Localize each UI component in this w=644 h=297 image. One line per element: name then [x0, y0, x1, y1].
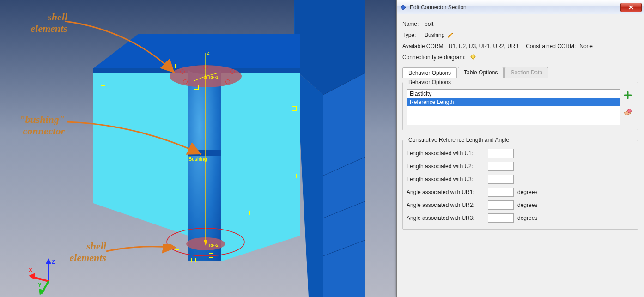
svg-marker-30	[29, 273, 35, 279]
constr-corm-label: Constrained CORM:	[526, 43, 576, 49]
add-behavior-icon[interactable]	[624, 91, 632, 99]
svg-text:X: X	[29, 267, 32, 273]
svg-rect-43	[627, 109, 632, 113]
unit-ur2: degrees	[517, 202, 537, 208]
constr-corm-value: None	[579, 43, 593, 49]
input-ur1[interactable]	[488, 188, 514, 197]
svg-rect-11	[188, 69, 221, 261]
conn-diagram-label: Connection type diagram:	[402, 54, 466, 61]
behavior-list[interactable]: Elasticity Reference Length	[407, 89, 620, 125]
tab-bar: Behavior Options Table Options Section D…	[402, 67, 638, 78]
marker	[171, 64, 176, 68]
behavior-item-elasticity[interactable]: Elasticity	[407, 90, 620, 98]
titlebar[interactable]: Edit Connector Section	[397, 0, 644, 14]
delete-behavior-icon[interactable]	[624, 108, 632, 116]
tab-table-options[interactable]: Table Options	[458, 67, 504, 78]
dialog-title: Edit Connector Section	[410, 4, 620, 11]
svg-text:RP-1: RP-1	[209, 75, 219, 79]
svg-line-40	[471, 55, 472, 55]
edit-type-icon[interactable]	[447, 32, 454, 38]
label-ur1: Angle associated with UR1:	[407, 189, 484, 195]
name-value: bolt	[425, 21, 433, 27]
svg-point-35	[471, 55, 475, 59]
tip-icon[interactable]	[469, 54, 477, 61]
tab-behavior-options[interactable]: Behavior Options	[402, 67, 457, 78]
avail-corm-value: U1, U2, U3, UR1, UR2, UR3	[449, 43, 518, 49]
input-u2[interactable]	[488, 162, 514, 171]
label-u2: Length associated with U2:	[407, 163, 484, 170]
anno-bushing: "bushing" connector	[6, 114, 65, 137]
svg-marker-27	[46, 258, 51, 264]
label-ur2: Angle associated with UR2:	[407, 202, 484, 208]
svg-text:RP-2: RP-2	[209, 243, 219, 248]
type-label: Type:	[402, 32, 422, 38]
avail-corm-label: Available CORM:	[402, 43, 445, 49]
label-u1: Length associated with U1:	[407, 150, 484, 157]
group-constitutive-legend: Constitutive Reference Length and Angle	[407, 137, 511, 143]
label-ur3: Angle associated with UR3:	[407, 215, 484, 221]
coord-triad[interactable]: Z X Y	[28, 258, 69, 297]
group-behavior-legend: Behavior Options	[407, 79, 453, 85]
svg-marker-8	[93, 68, 188, 236]
behavior-item-reference-length[interactable]: Reference Length	[407, 98, 620, 106]
svg-text:Y: Y	[38, 282, 42, 288]
app-icon	[400, 4, 407, 11]
type-value: Bushing	[425, 32, 444, 38]
bushing-tag: Bushing	[188, 156, 207, 162]
edit-connector-section-dialog: Edit Connector Section Name: bolt Type: …	[396, 0, 644, 297]
unit-ur1: degrees	[517, 189, 537, 195]
svg-rect-13	[188, 150, 221, 156]
svg-marker-9	[221, 69, 300, 261]
input-u1[interactable]	[488, 149, 514, 158]
unit-ur3: degrees	[517, 215, 537, 221]
input-ur3[interactable]	[488, 213, 514, 223]
close-button[interactable]	[620, 3, 642, 12]
tab-section-data: Section Data	[504, 67, 548, 78]
svg-marker-1	[323, 73, 365, 297]
input-u3[interactable]	[488, 175, 514, 184]
anno-shell-top: shell elements	[17, 11, 67, 35]
svg-text:z: z	[207, 50, 210, 55]
svg-line-41	[474, 55, 475, 55]
label-u3: Length associated with U3:	[407, 176, 484, 182]
input-ur2[interactable]	[488, 200, 514, 210]
name-label: Name:	[402, 21, 422, 27]
svg-text:Z: Z	[52, 259, 55, 265]
